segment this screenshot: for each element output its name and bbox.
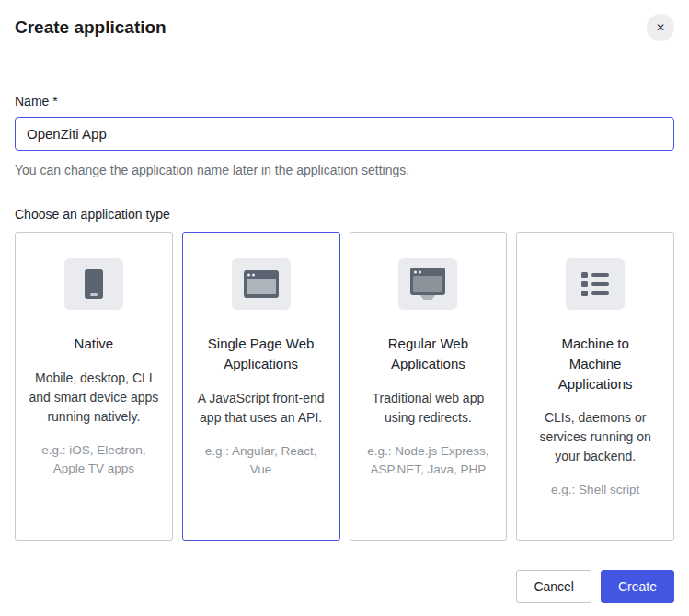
modal-footer: Cancel Create xyxy=(15,570,674,603)
card-example: e.g.: Shell script xyxy=(551,481,639,499)
app-type-card-regular-web[interactable]: Regular Web Applications Traditional web… xyxy=(350,232,508,541)
app-type-card-grid: Native Mobile, desktop, CLI and smart de… xyxy=(15,232,674,541)
browser-window-icon xyxy=(232,258,291,310)
app-type-card-spa[interactable]: Single Page Web Applications A JavaScrip… xyxy=(182,232,340,541)
close-icon: ✕ xyxy=(656,21,665,34)
page-title: Create application xyxy=(15,17,167,38)
app-type-card-native[interactable]: Native Mobile, desktop, CLI and smart de… xyxy=(15,232,173,541)
name-help-text: You can change the application name late… xyxy=(15,163,674,177)
card-example: e.g.: iOS, Electron, Apple TV apps xyxy=(29,441,158,479)
cancel-button[interactable]: Cancel xyxy=(516,570,591,603)
card-description: CLIs, daemons or services running on you… xyxy=(530,408,660,466)
card-title: Regular Web Applications xyxy=(373,334,482,374)
card-description: A JavaScript front-end app that uses an … xyxy=(196,389,327,428)
choose-type-label: Choose an application type xyxy=(15,207,674,222)
create-application-modal: Create application ✕ Name * You can chan… xyxy=(0,0,689,616)
card-example: e.g.: Node.js Express, ASP.NET, Java, PH… xyxy=(363,442,492,480)
create-button[interactable]: Create xyxy=(601,570,674,603)
mobile-icon xyxy=(64,258,123,310)
modal-header: Create application ✕ xyxy=(15,0,674,41)
card-description: Mobile, desktop, CLI and smart device ap… xyxy=(29,369,159,427)
card-title: Native xyxy=(75,334,114,354)
card-example: e.g.: Angular, React, Vue xyxy=(197,442,326,480)
name-label: Name * xyxy=(15,94,674,108)
card-description: Traditional web app using redirects. xyxy=(362,389,493,428)
card-title: Single Page Web Applications xyxy=(207,334,316,374)
name-input[interactable] xyxy=(15,117,674,151)
app-type-card-m2m[interactable]: Machine to Machine Applications CLIs, da… xyxy=(516,232,674,541)
list-terminal-icon xyxy=(566,258,625,310)
card-title: Machine to Machine Applications xyxy=(541,334,649,394)
web-server-icon xyxy=(398,258,457,310)
close-button[interactable]: ✕ xyxy=(647,14,674,41)
